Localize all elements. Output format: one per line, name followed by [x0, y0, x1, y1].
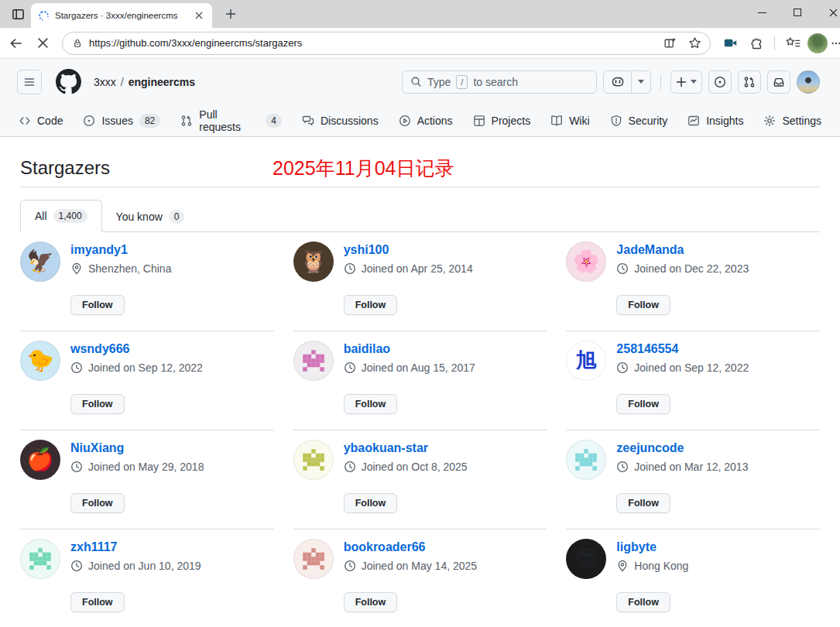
breadcrumb: 3xxx / engineercms — [94, 76, 195, 88]
stargazer-joined-date: Joined on Sep 12, 2022 — [634, 361, 749, 374]
stargazer-login-link[interactable]: ligbyte — [616, 540, 657, 554]
stargazer-login-link[interactable]: JadeManda — [616, 243, 684, 257]
browser-tab[interactable]: Stargazers · 3xxx/engineercms — [31, 3, 212, 28]
global-search-input[interactable]: Type / to search — [402, 70, 597, 94]
repo-nav-item-issues[interactable]: Issues82 — [75, 108, 168, 134]
window-close-button[interactable] — [815, 0, 840, 25]
stargazer-login-link[interactable]: bookroader66 — [344, 540, 426, 554]
favorites-list-icon[interactable] — [781, 32, 804, 55]
repo-nav-item-settings[interactable]: Settings — [756, 108, 829, 133]
follow-button[interactable]: Follow — [70, 592, 125, 612]
stargazer-login-link[interactable]: yshi100 — [344, 243, 389, 257]
breadcrumb-owner[interactable]: 3xxx — [94, 76, 116, 88]
browser-menu-icon[interactable] — [831, 32, 840, 55]
stargazer-login-link[interactable]: ybaokuan-star — [344, 441, 428, 455]
location-icon — [70, 262, 83, 275]
stargazers-page: Stargazers 2025年11月04日记录 All 1,400 You k… — [0, 137, 840, 627]
stargazer-card: 🦉yshi100Joined on Apr 25, 2014Follow — [293, 232, 547, 331]
stargazer-card: zeejuncodeJoined on Mar 12, 2013Follow — [566, 430, 820, 529]
extensions-puzzle-icon[interactable] — [745, 32, 768, 55]
repo-nav-item-projects[interactable]: Projects — [465, 108, 539, 133]
stop-loading-button[interactable] — [31, 32, 54, 55]
repo-nav-counter: 82 — [139, 114, 160, 128]
clock-icon — [344, 361, 356, 374]
follow-button[interactable]: Follow — [344, 295, 398, 315]
your-pull-requests-button[interactable] — [738, 70, 761, 94]
issues-icon — [83, 115, 95, 127]
follow-button[interactable]: Follow — [616, 592, 670, 612]
follow-button[interactable]: Follow — [616, 493, 670, 513]
stargazer-login-link[interactable]: baidilao — [344, 342, 390, 356]
github-header: 3xxx / engineercms Type / to search — [0, 59, 840, 104]
browser-profile-avatar[interactable] — [807, 33, 828, 53]
stargazer-avatar[interactable] — [293, 539, 334, 579]
repo-nav-label: Settings — [782, 115, 821, 127]
breadcrumb-repo[interactable]: engineercms — [129, 76, 195, 88]
stargazer-avatar[interactable]: 🌸 — [566, 242, 606, 282]
repo-nav-item-insights[interactable]: Insights — [680, 108, 751, 133]
tab-actions-menu-icon[interactable] — [5, 2, 31, 26]
screen-recorder-extension-icon[interactable] — [718, 32, 742, 55]
follow-button[interactable]: Follow — [70, 394, 125, 414]
user-avatar[interactable] — [797, 70, 820, 94]
repo-nav-item-security[interactable]: Security — [602, 108, 676, 133]
location-icon — [616, 560, 629, 572]
tab-all[interactable]: All 1,400 — [20, 200, 102, 232]
repo-nav-counter: 4 — [266, 114, 282, 128]
tab-you-know[interactable]: You know 0 — [102, 201, 199, 232]
stargazer-avatar[interactable]: 🦅 — [20, 242, 60, 282]
new-tab-button[interactable] — [220, 3, 242, 25]
follow-button[interactable]: Follow — [616, 295, 670, 315]
insights-icon — [687, 115, 700, 127]
stargazer-login-link[interactable]: zeejuncode — [616, 441, 684, 455]
stargazer-avatar[interactable] — [293, 440, 334, 480]
your-issues-button[interactable] — [708, 70, 732, 94]
stargazer-avatar[interactable]: 🐤 — [20, 341, 60, 381]
follow-button[interactable]: Follow — [344, 394, 398, 414]
stargazer-avatar[interactable]: 😎 — [566, 539, 606, 579]
stargazer-avatar[interactable] — [293, 341, 334, 381]
follow-button[interactable]: Follow — [616, 394, 670, 414]
repo-nav-item-pull-requests[interactable]: Pull requests4 — [173, 102, 290, 139]
stargazer-avatar[interactable]: 旭 — [566, 341, 606, 381]
stargazer-avatar[interactable]: 🍎 — [20, 440, 60, 480]
stargazer-login-link[interactable]: NiuXiang — [70, 441, 124, 455]
stargazer-avatar[interactable]: 🦉 — [293, 242, 334, 282]
address-bar[interactable]: https://github.com/3xxx/engineercms/star… — [62, 32, 711, 55]
repo-nav-item-wiki[interactable]: Wiki — [543, 108, 597, 133]
window-maximize-button[interactable] — [780, 0, 815, 25]
stargazer-login-link[interactable]: 258146554 — [616, 342, 678, 356]
tab-close-icon[interactable] — [192, 9, 206, 22]
repo-nav-item-discussions[interactable]: Discussions — [294, 108, 386, 133]
copilot-dropdown-caret-icon[interactable] — [632, 71, 650, 93]
slash-key-hint: / — [456, 75, 468, 89]
github-logo-icon[interactable] — [56, 69, 81, 94]
stargazer-login-link[interactable]: zxh1117 — [70, 540, 118, 554]
stargazer-login-link[interactable]: imyandy1 — [70, 243, 128, 257]
split-screen-icon[interactable] — [660, 34, 679, 53]
follow-button[interactable]: Follow — [70, 493, 125, 513]
back-button[interactable] — [5, 32, 28, 55]
clock-icon — [344, 262, 356, 275]
github-header-actions: Type / to search — [402, 70, 820, 94]
repo-nav-item-actions[interactable]: Actions — [391, 108, 461, 133]
clock-icon — [70, 461, 83, 473]
favorite-star-icon[interactable] — [685, 34, 704, 53]
follow-button[interactable]: Follow — [70, 295, 125, 315]
clock-icon — [616, 262, 629, 275]
copilot-icon[interactable] — [604, 71, 632, 93]
stargazer-avatar[interactable] — [566, 440, 606, 480]
stargazer-login-link[interactable]: wsndy666 — [70, 342, 129, 356]
stargazer-avatar[interactable] — [20, 539, 60, 579]
follow-button[interactable]: Follow — [344, 592, 398, 612]
window-minimize-button[interactable] — [744, 0, 780, 25]
create-new-button[interactable] — [670, 70, 702, 94]
repo-nav-label: Issues — [101, 115, 132, 127]
inbox-button[interactable] — [767, 70, 790, 94]
search-icon — [410, 76, 422, 87]
follow-button[interactable]: Follow — [344, 493, 398, 513]
repo-nav-label: Actions — [417, 115, 453, 127]
hamburger-menu-button[interactable] — [17, 70, 42, 94]
repo-nav-item-code[interactable]: Code — [11, 108, 70, 133]
git-pull-request-icon — [743, 76, 756, 88]
